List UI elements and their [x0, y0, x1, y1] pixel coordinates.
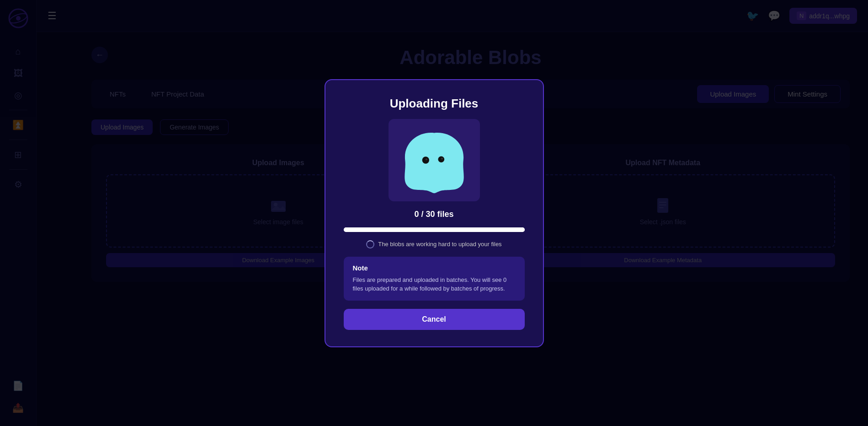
- svg-point-11: [425, 158, 427, 160]
- progress-status: The blobs are working hard to upload you…: [366, 240, 501, 248]
- note-text: Files are prepared and uploaded in batch…: [353, 275, 516, 293]
- note-box: Note Files are prepared and uploaded in …: [344, 257, 525, 301]
- status-text: The blobs are working hard to upload you…: [378, 241, 501, 248]
- svg-point-13: [441, 157, 442, 159]
- modal-file-count: 0 / 30 files: [414, 210, 453, 219]
- loading-spinner: [366, 240, 374, 248]
- ghost-blob-svg: [395, 124, 473, 197]
- svg-point-10: [422, 156, 429, 163]
- modal-title: Uploading Files: [390, 97, 479, 111]
- uploading-modal: Uploading Files 0 / 30 files: [325, 79, 544, 347]
- modal-image-box: [389, 119, 480, 201]
- modal-overlay: Uploading Files 0 / 30 files: [0, 0, 868, 426]
- progress-bar-fill: [344, 227, 525, 232]
- note-title: Note: [353, 264, 516, 272]
- svg-point-12: [438, 156, 444, 162]
- progress-bar-container: [344, 227, 525, 232]
- cancel-button[interactable]: Cancel: [344, 309, 525, 330]
